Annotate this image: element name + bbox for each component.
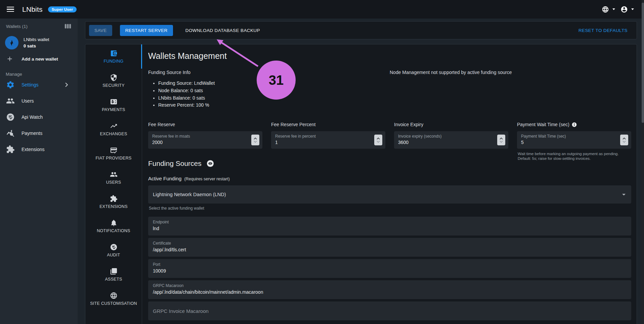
grpc-macaroon-field: GRPC Macaroon [148,280,631,299]
field-inner-label: Port [153,262,627,267]
payment-wait-time-label-text: Payment Wait Time (sec) [517,122,569,127]
eye-icon[interactable] [207,160,214,167]
fee-reserve-percent-label: Fee Reserve Percent [271,122,385,127]
sidebar-item-users[interactable]: Users [0,93,78,109]
tab-fiat-providers[interactable]: FIAT PROVIDERS [85,141,142,166]
restart-server-button[interactable]: RESTART SERVER [120,25,173,36]
tab-label: SITE CUSTOMISATION [89,301,138,306]
tab-label: EXTENSIONS [98,204,129,209]
add-wallet-button[interactable]: Add a new wallet [6,55,78,63]
bell-icon [110,219,118,227]
number-spinner[interactable] [620,135,628,145]
language-dropdown-caret-icon[interactable] [612,8,615,10]
account-icon[interactable] [620,6,628,13]
add-wallet-label: Add a new wallet [22,57,58,62]
sidebar-item-settings[interactable]: Settings [0,77,78,93]
main-area: SAVE RESTART SERVER DOWNLOAD DATABASE BA… [78,19,644,324]
funding-source-info-title: Funding Source Info [148,70,390,75]
grpc-macaroon-input[interactable] [153,288,627,295]
active-funding-select-hint: Select the active funding wallet [149,206,631,211]
people-icon [110,171,118,178]
spinner-up-icon[interactable] [376,137,380,140]
tab-extensions[interactable]: EXTENSIONS [85,190,142,214]
tab-label: NOTIFICATIONS [95,228,132,233]
number-spinner[interactable] [497,135,505,145]
payment-wait-time-field: Payment Wait Time (sec) Wait time before… [517,131,631,149]
columns-icon[interactable] [64,23,72,30]
spinner-up-icon[interactable] [253,137,257,140]
sidebar-item-extensions[interactable]: Extensions [0,141,78,157]
info-icon[interactable] [572,122,577,127]
payment-wait-time-label: Payment Wait Time (sec) [517,122,631,127]
payment-wait-time-hint: Wait time before marking an outgoing pay… [518,151,631,161]
spinner-down-icon[interactable] [376,140,380,143]
port-input[interactable] [153,267,627,274]
tab-security[interactable]: SECURITY [85,69,142,93]
funding-source-info-list: Funding Source: LndWallet Node Balance: … [158,80,390,109]
field-inner-label: Reserve fee in msats [152,134,249,139]
number-spinner[interactable] [374,135,382,145]
spinner-up-icon[interactable] [622,137,626,140]
tab-notifications[interactable]: NOTIFICATIONS [85,214,142,238]
shield-icon [110,74,118,81]
tab-payments[interactable]: PAYMENTS [85,93,142,117]
sidebar-item-api-watch[interactable]: Api Watch [0,109,78,125]
list-check-circle-icon [6,113,15,121]
lightning-bolt-icon [8,39,15,46]
fee-reserve-percent-field: Reserve fee in percent [271,131,385,149]
grpc-invoice-macaroon-field[interactable]: GRPC Invoice Macaroon [148,301,631,320]
chart-search-icon [6,129,15,138]
tab-label: FIAT PROVIDERS [94,156,133,160]
tab-assets[interactable]: ASSETS [85,262,142,287]
certificate-input[interactable] [153,246,627,252]
globe-icon [110,292,118,299]
certificate-field: Certificate [148,238,631,257]
tab-users[interactable]: USERS [85,166,142,190]
sidebar-item-payments[interactable]: Payments [0,125,78,141]
chevron-down-icon [620,190,628,199]
page-title: Wallets Management [148,51,631,61]
fee-reserve-percent-input[interactable] [275,139,372,145]
scrollbar-thumb[interactable] [642,3,644,123]
gear-icon [6,80,15,89]
sidebar: Wallets (1) LNbits wallet 0 sats Add a n… [0,19,78,324]
reset-to-defaults-button[interactable]: RESET TO DEFAULTS [573,25,633,36]
tab-label: ASSETS [103,277,123,282]
account-dropdown-caret-icon[interactable] [631,8,634,10]
spinner-down-icon[interactable] [499,140,503,143]
wallet-icon [110,49,118,57]
spinner-down-icon[interactable] [253,140,257,143]
field-inner-label: Payment Wait Time (sec) [521,134,618,139]
globe-icon[interactable] [602,6,609,13]
active-funding-note: (Requires server restart) [184,177,229,181]
scrollbar[interactable] [642,0,644,324]
field-inner-label: Endpoint [153,220,627,224]
active-funding-select[interactable]: Lightning Network Daemon (LND) [148,185,631,204]
field-inner-label: Invoice expiry (seconds) [398,134,495,139]
download-database-backup-button[interactable]: DOWNLOAD DATABASE BACKUP [180,25,265,36]
spinner-up-icon[interactable] [499,137,503,140]
tab-exchanges[interactable]: EXCHANGES [85,117,142,141]
tab-label: USERS [105,180,123,185]
wallets-header: Wallets (1) [6,24,28,29]
puzzle-icon [6,145,15,154]
tab-funding[interactable]: FUNDING [85,44,142,69]
payment-wait-time-input[interactable] [521,139,618,145]
fee-reserve-input[interactable] [152,139,249,145]
tab-audit[interactable]: AUDIT [85,238,142,262]
invoice-expiry-field: Invoice expiry (seconds) [394,131,508,149]
invoice-expiry-label: Invoice Expiry [394,122,508,127]
wallet-list-item[interactable]: LNbits wallet 0 sats [5,36,78,49]
endpoint-input[interactable] [153,224,627,231]
menu-icon[interactable] [7,5,15,13]
field-inner-label: Certificate [153,241,627,246]
card-check-icon [110,146,118,154]
funding-info-item: Node Balance: 0 sats [158,87,390,95]
tab-site-customisation[interactable]: SITE CUSTOMISATION [85,287,142,311]
save-button[interactable]: SAVE [89,25,112,36]
field-inner-label: GRPC Macaroon [153,283,627,288]
invoice-expiry-input[interactable] [398,139,495,145]
number-spinner[interactable] [251,135,259,145]
spinner-down-icon[interactable] [622,140,626,143]
super-user-badge: Super User [48,6,77,12]
